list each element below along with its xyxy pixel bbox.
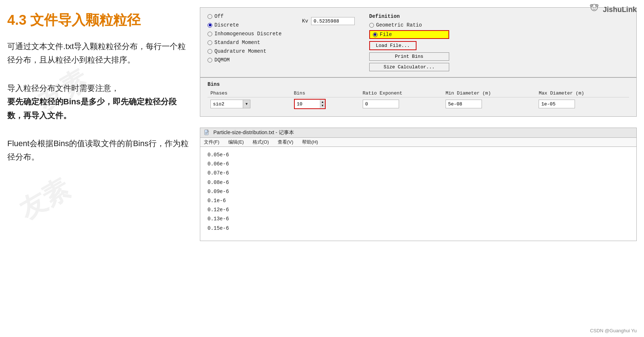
kv-input[interactable] (311, 17, 355, 25)
notepad-content: 0.05e-6 0.06e-6 0.07e-6 0.08e-6 0.09e-6 … (200, 147, 637, 241)
notepad-titlebar: Particle-size-distribution.txt - 记事本 (200, 128, 637, 137)
line-3: 0.07e-6 (208, 169, 629, 178)
radio-inhomogeneous-circle (208, 32, 212, 36)
line-6: 0.1e-6 (208, 196, 629, 205)
line-2: 0.06e-6 (208, 160, 629, 169)
page-title: 4.3 文件导入颗粒粒径 (7, 11, 189, 29)
col-phases: Phases (208, 89, 291, 97)
radio-standard-circle (208, 40, 212, 45)
logo-area: JishuLink (588, 3, 637, 16)
bins-highlight-box: ▲ ▼ (294, 99, 326, 109)
radio-dqmom[interactable]: DQMOM (208, 57, 287, 63)
menu-edit[interactable]: 编辑(E) (228, 139, 244, 145)
logo-icon (588, 3, 601, 16)
radio-discrete-circle (208, 23, 212, 28)
phases-input[interactable] (210, 100, 243, 108)
svg-point-3 (593, 7, 594, 8)
col-ratio: Ratio Exponent (360, 89, 443, 97)
radio-geometric[interactable]: Geometric Ratio (369, 22, 449, 28)
radio-discrete[interactable]: Discrete (208, 22, 287, 28)
radio-file-circle (373, 32, 378, 37)
fluent-note: Fluent会根据Bins的值读取文件的前Bins行，作为粒径分布。 (7, 137, 189, 164)
bins-section: Bins Phases Bins Ratio Exponent Min Diam… (200, 77, 637, 117)
table-row: ▼ ▲ ▼ (208, 97, 629, 111)
note-bold: 要先确定粒径的Bins是多少，即先确定粒径分段数，再导入文件。 (7, 97, 177, 120)
notepad-section: Particle-size-distribution.txt - 记事本 文件(… (200, 128, 637, 241)
model-radio-group: Off Discrete Inhomogeneous Discrete Stan… (208, 13, 287, 63)
max-diameter-cell (536, 97, 629, 111)
menu-help[interactable]: 帮助(H) (302, 139, 318, 145)
definition-title: Definition (369, 13, 449, 19)
notepad-menubar: 文件(F) 编辑(E) 格式(O) 查看(V) 帮助(H) (200, 137, 637, 147)
radio-geometric-label: Geometric Ratio (376, 22, 422, 28)
radio-quadrature-label: Quadrature Moment (214, 48, 266, 54)
min-diameter-input[interactable] (446, 100, 482, 108)
radio-standard[interactable]: Standard Moment (208, 40, 287, 45)
col-max-dia: Max Diameter (m) (536, 89, 629, 97)
line-5: 0.09e-6 (208, 187, 629, 196)
bins-number-input[interactable] (295, 100, 320, 108)
kv-row: Kv (302, 17, 355, 25)
kv-label: Kv (302, 18, 308, 24)
radio-off-circle (208, 14, 212, 19)
svg-point-4 (595, 7, 596, 8)
radio-off[interactable]: Off (208, 13, 287, 19)
phases-dropdown-arrow[interactable]: ▼ (243, 100, 250, 108)
left-panel: 4.3 文件导入颗粒粒径 可通过文本文件.txt导入颗粒粒径分布，每行一个粒径分… (7, 7, 189, 330)
line-9: 0.15e-6 (208, 224, 629, 233)
radio-geometric-circle (369, 23, 374, 28)
note-section: 导入粒径分布文件时需要注意， 要先确定粒径的Bins是多少，即先确定粒径分段数，… (7, 81, 189, 122)
bins-table: Phases Bins Ratio Exponent Min Diameter … (208, 89, 629, 111)
radio-quadrature[interactable]: Quadrature Moment (208, 48, 287, 54)
bins-spinner[interactable]: ▲ ▼ (320, 100, 325, 108)
notepad-file-icon (204, 129, 210, 136)
line-1: 0.05e-6 (208, 151, 629, 160)
note-prefix: 导入粒径分布文件时需要注意， (7, 84, 119, 93)
ratio-exponent-input[interactable] (363, 100, 399, 108)
print-bins-button[interactable]: Print Bins (369, 52, 449, 61)
csdn-credit: CSDN @Guanghui Yu (590, 328, 637, 333)
ratio-exponent-cell (360, 97, 443, 111)
notepad-title-text: Particle-size-distribution.txt - 记事本 (213, 129, 294, 136)
max-diameter-input[interactable] (539, 100, 575, 108)
col-bins: Bins (291, 89, 360, 97)
line-7: 0.12e-6 (208, 205, 629, 214)
size-calculator-button[interactable]: Size Calculator... (369, 63, 449, 71)
line-4: 0.08e-6 (208, 178, 629, 187)
bins-spin-down[interactable]: ▼ (320, 104, 325, 108)
phases-cell: ▼ (208, 97, 291, 111)
min-diameter-cell (443, 97, 536, 111)
menu-format[interactable]: 格式(O) (253, 139, 269, 145)
definition-section: Definition Geometric Ratio File Load Fil… (369, 13, 449, 71)
menu-view[interactable]: 查看(V) (278, 139, 293, 145)
radio-off-label: Off (214, 13, 224, 19)
radio-inhomogeneous[interactable]: Inhomogeneous Discrete (208, 31, 287, 37)
line-8: 0.13e-6 (208, 214, 629, 224)
fluent-dialog: Off Discrete Inhomogeneous Discrete Stan… (200, 7, 637, 77)
radio-inhomogeneous-label: Inhomogeneous Discrete (214, 31, 282, 37)
right-panel: Off Discrete Inhomogeneous Discrete Stan… (200, 7, 637, 330)
bins-value-cell: ▲ ▼ (291, 97, 360, 111)
radio-discrete-label: Discrete (214, 22, 239, 28)
logo-text: JishuLink (603, 5, 637, 14)
kv-section: Kv (302, 13, 355, 25)
radio-file-label: File (380, 32, 392, 37)
menu-file[interactable]: 文件(F) (204, 139, 220, 145)
col-min-dia: Min Diameter (m) (443, 89, 536, 97)
description-text: 可通过文本文件.txt导入颗粒粒径分布，每行一个粒径分布，且从粒径小到粒径大排序… (7, 40, 189, 67)
radio-dqmom-label: DQMOM (214, 57, 230, 63)
radio-quadrature-circle (208, 49, 212, 54)
svg-point-0 (591, 4, 597, 11)
radio-standard-label: Standard Moment (214, 40, 260, 45)
bins-spin-up[interactable]: ▲ (320, 100, 325, 104)
load-file-button[interactable]: Load File... (369, 41, 416, 50)
bins-section-title: Bins (208, 81, 629, 87)
radio-file-highlight[interactable]: File (369, 30, 449, 39)
radio-dqmom-circle (208, 58, 212, 63)
